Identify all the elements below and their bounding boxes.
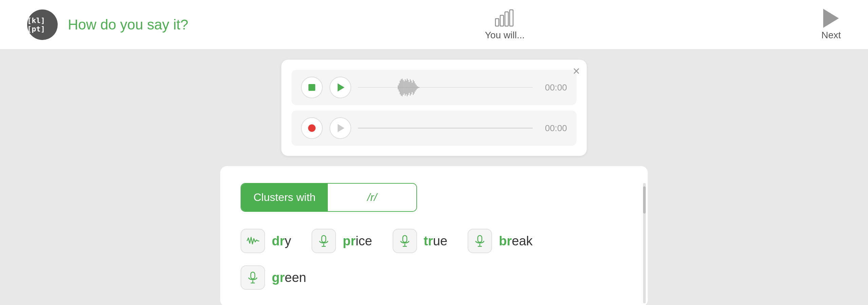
svg-rect-14 xyxy=(407,79,407,96)
svg-rect-26 xyxy=(419,87,419,88)
svg-rect-8 xyxy=(401,79,401,96)
svg-rect-33 xyxy=(478,236,482,242)
mic-icon-green xyxy=(247,271,259,284)
mic-icon-break xyxy=(474,235,486,247)
svg-rect-11 xyxy=(404,81,404,94)
svg-rect-6 xyxy=(399,83,399,92)
word-text-break: break xyxy=(499,234,532,248)
header-center: You will... xyxy=(485,8,525,41)
words-row-1: dry xyxy=(241,229,627,253)
audio-player-1: 00:00 xyxy=(291,70,577,105)
svg-rect-36 xyxy=(251,272,255,279)
words-grid: dry xyxy=(241,229,627,290)
cluster-tab-left: Clusters with xyxy=(241,184,328,211)
svg-rect-24 xyxy=(417,86,417,89)
word-icon-dry[interactable] xyxy=(241,229,265,253)
word-item-true: true xyxy=(393,229,448,253)
scrollbar-track xyxy=(643,183,646,303)
word-prefix-dry: dr xyxy=(272,234,285,248)
next-button[interactable]: Next xyxy=(821,9,841,41)
next-play-icon xyxy=(823,9,839,28)
svg-rect-10 xyxy=(403,80,403,95)
waveform-line xyxy=(358,128,533,128)
word-item-break: break xyxy=(468,229,532,253)
word-suffix-price: ice xyxy=(356,234,372,248)
time-display-1: 00:00 xyxy=(545,82,567,93)
word-icon-break[interactable] xyxy=(468,229,492,253)
waveform-display xyxy=(358,77,533,98)
svg-rect-16 xyxy=(409,82,409,93)
audio-player-2: 00:00 xyxy=(291,110,577,146)
audio-card: × xyxy=(281,60,587,156)
waveform-small-icon xyxy=(246,235,259,247)
mic-icon-price xyxy=(318,235,330,247)
play-button-1[interactable] xyxy=(329,77,351,98)
svg-rect-15 xyxy=(408,80,408,95)
content-wrapper: × xyxy=(180,60,688,305)
word-prefix-green: gr xyxy=(272,270,285,285)
svg-rect-7 xyxy=(400,81,400,94)
svg-rect-17 xyxy=(410,79,410,96)
word-prefix-break: br xyxy=(499,234,512,248)
cluster-tab: Clusters with /r/ xyxy=(241,183,417,212)
words-row-2: green xyxy=(241,265,627,290)
play-icon-2 xyxy=(338,124,344,132)
svg-rect-19 xyxy=(412,83,412,92)
svg-rect-27 xyxy=(322,236,326,242)
close-button[interactable]: × xyxy=(573,65,580,77)
svg-rect-21 xyxy=(414,81,414,94)
svg-rect-5 xyxy=(398,85,398,89)
mic-icon-true xyxy=(399,235,411,247)
svg-rect-25 xyxy=(418,87,418,88)
next-label: Next xyxy=(821,30,841,41)
main-content: × xyxy=(0,49,868,305)
word-suffix-dry: y xyxy=(285,234,291,248)
stop-icon xyxy=(308,84,315,91)
word-prefix-price: pr xyxy=(343,234,356,248)
svg-rect-22 xyxy=(415,83,415,92)
record-button[interactable] xyxy=(301,117,323,139)
svg-rect-2 xyxy=(505,12,508,26)
word-icon-green[interactable] xyxy=(241,265,265,290)
logo-bubble: [kl][pt] xyxy=(27,9,58,40)
logo-text: [kl][pt] xyxy=(27,16,58,33)
waveform-empty xyxy=(358,117,533,139)
cluster-tab-right[interactable]: /r/ xyxy=(328,184,416,211)
word-text-green: green xyxy=(272,270,306,285)
record-icon xyxy=(308,124,316,132)
svg-rect-18 xyxy=(411,81,411,94)
word-suffix-true: ue xyxy=(433,234,447,248)
header-left: [kl][pt] How do you say it? xyxy=(27,9,188,40)
word-item-green: green xyxy=(241,265,306,290)
word-text-true: true xyxy=(424,234,448,248)
word-icon-true[interactable] xyxy=(393,229,417,253)
svg-rect-1 xyxy=(500,15,504,26)
svg-rect-23 xyxy=(416,85,416,90)
svg-rect-3 xyxy=(510,10,513,26)
word-prefix-true: tr xyxy=(424,234,433,248)
header: [kl][pt] How do you say it? You will... … xyxy=(0,0,868,49)
svg-rect-0 xyxy=(495,19,499,26)
stop-button[interactable] xyxy=(301,77,323,98)
word-text-dry: dry xyxy=(272,234,291,248)
waveform-svg xyxy=(358,77,533,98)
page-title: How do you say it? xyxy=(68,17,188,33)
word-icon-price[interactable] xyxy=(312,229,336,253)
play-icon-1 xyxy=(338,83,344,92)
word-text-price: price xyxy=(343,234,372,248)
svg-rect-12 xyxy=(405,79,405,96)
bottom-card: Clusters with /r/ dry xyxy=(220,166,648,305)
word-suffix-break: eak xyxy=(512,234,532,248)
scrollbar-thumb[interactable] xyxy=(643,186,646,214)
time-display-2: 00:00 xyxy=(545,123,567,134)
you-will-label: You will... xyxy=(485,30,525,41)
word-item-dry: dry xyxy=(241,229,291,253)
svg-rect-30 xyxy=(403,236,407,242)
word-suffix-green: een xyxy=(285,270,306,285)
chart-icon xyxy=(495,8,515,27)
word-item-price: price xyxy=(312,229,372,253)
play-button-2[interactable] xyxy=(329,117,351,139)
svg-rect-20 xyxy=(413,80,413,95)
svg-rect-9 xyxy=(402,79,402,96)
svg-rect-13 xyxy=(406,81,406,94)
